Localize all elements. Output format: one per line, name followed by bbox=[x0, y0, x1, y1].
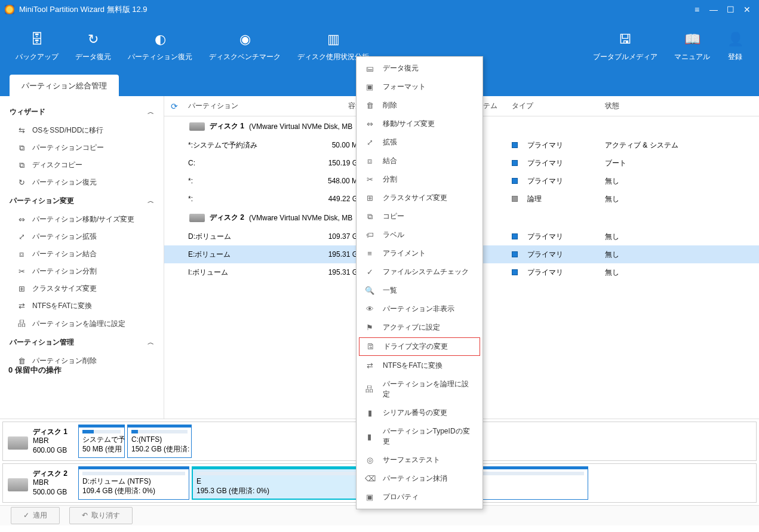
usage-bar bbox=[82, 430, 121, 433]
disk-scheme: MBR bbox=[33, 436, 67, 446]
sidebar-group-header[interactable]: ウィザード ︿ bbox=[0, 102, 164, 122]
menu-item-label: サーフェステスト bbox=[383, 455, 440, 465]
sidebar-group-header[interactable]: パーティション管理 ︿ bbox=[0, 333, 164, 352]
context-menu-item[interactable]: 👁 パーティション非表示 bbox=[357, 300, 483, 318]
tab-partition-management[interactable]: パーティション総合管理 bbox=[10, 75, 119, 96]
context-menu-item[interactable]: ✂ 分割 bbox=[357, 170, 483, 189]
context-menu-item[interactable]: 🖺 ドライブ文字の変更 bbox=[359, 337, 480, 356]
sidebar-item-label: NTFSをFATに変換 bbox=[32, 301, 92, 311]
cell-state: 無し bbox=[601, 176, 759, 186]
part-label: システムで予約 bbox=[82, 435, 121, 445]
toolbar-manual-button[interactable]: 📖 マニュアル bbox=[666, 29, 718, 66]
disk-map-partition[interactable]: D:ボリューム (NTFS) 109.4 GB (使用済: 0%) bbox=[78, 466, 189, 500]
sidebar-item-label: パーティション拡張 bbox=[32, 232, 97, 242]
apply-button[interactable]: ✓適用 bbox=[11, 507, 60, 524]
hamburger-button[interactable]: ≡ bbox=[690, 2, 704, 17]
maximize-button[interactable]: ☐ bbox=[723, 2, 738, 17]
sidebar-item[interactable]: ⇔ パーティション移動/サイズ変更 bbox=[0, 211, 164, 228]
sidebar-item-label: ディスクコピー bbox=[32, 160, 82, 170]
context-menu-item[interactable]: 🏷 ラベル bbox=[357, 226, 483, 244]
toolbar-partition-recovery-button[interactable]: ◐ パーティション復元 bbox=[119, 29, 201, 66]
disk-icon bbox=[189, 214, 205, 222]
disk-map-info[interactable]: ディスク 2 MBR 500.00 GB bbox=[5, 466, 76, 500]
toolbar-label: パーティション復元 bbox=[128, 52, 192, 62]
minimize-button[interactable]: — bbox=[706, 2, 721, 17]
menu-item-label: シリアル番号の変更 bbox=[383, 408, 447, 418]
context-menu-item[interactable]: ≡ アライメント bbox=[357, 244, 483, 263]
disk-map-partition[interactable]: システムで予約 50 MB (使用 bbox=[78, 425, 125, 458]
disk-size: 600.00 GB bbox=[33, 446, 67, 456]
context-menu-item[interactable]: 🖴 データ復元 bbox=[357, 59, 483, 78]
sidebar-item-icon: ⇆ bbox=[17, 126, 26, 135]
disk-size: 500.00 GB bbox=[33, 488, 67, 497]
col-partition[interactable]: パーティション bbox=[185, 101, 297, 111]
context-menu-item[interactable]: 🔍 一覧 bbox=[357, 281, 483, 300]
menu-item-icon: ▮ bbox=[365, 408, 374, 417]
context-menu-item[interactable]: ▮ パーティションTypeIDの変更 bbox=[357, 422, 483, 451]
sidebar-item[interactable]: ⧉ ディスクコピー bbox=[0, 156, 164, 174]
context-menu-item[interactable]: ▮ シリアル番号の変更 bbox=[357, 404, 483, 422]
sidebar-item[interactable]: 品 パーティションを論理に設定 bbox=[0, 315, 164, 333]
context-menu-item[interactable]: ⧉ コピー bbox=[357, 207, 483, 226]
toolbar-backup-button[interactable]: 🗄 バックアップ bbox=[7, 29, 67, 66]
sidebar-item[interactable]: ⧉ パーティションコピー bbox=[0, 139, 164, 156]
context-menu-item[interactable]: ⊞ クラスタサイズ変更 bbox=[357, 189, 483, 207]
cell-name: *: bbox=[185, 195, 297, 203]
menu-item-label: アライメント bbox=[383, 248, 426, 259]
cell-type: プライマリ bbox=[508, 176, 601, 186]
col-type[interactable]: タイプ bbox=[508, 101, 601, 111]
context-menu-item[interactable]: ⇔ 移動/サイズ変更 bbox=[357, 115, 483, 133]
menu-item-label: ラベル bbox=[383, 230, 404, 240]
menu-item-label: パーティションTypeIDの変更 bbox=[383, 426, 474, 447]
part-size: 109.4 GB (使用済: 0%) bbox=[82, 487, 185, 496]
menu-item-icon: ✓ bbox=[365, 267, 374, 276]
toolbar-register-button[interactable]: 👤 登録 bbox=[718, 29, 752, 66]
context-menu-item[interactable]: ⌫ パーティション抹消 bbox=[357, 469, 483, 488]
sidebar-item-icon: ⇔ bbox=[17, 215, 26, 224]
cell-type: プライマリ bbox=[508, 267, 601, 278]
hdd-icon bbox=[8, 478, 28, 491]
disk-map-info[interactable]: ディスク 1 MBR 600.00 GB bbox=[5, 425, 76, 458]
menu-item-label: ファイルシステムチェック bbox=[383, 267, 469, 277]
context-menu-item[interactable]: ✓ ファイルシステムチェック bbox=[357, 263, 483, 281]
sidebar-item[interactable]: ↻ パーティション復元 bbox=[0, 174, 164, 191]
menu-item-label: ドライブ文字の変更 bbox=[383, 342, 448, 352]
sidebar-group-header[interactable]: パーティション変更 ︿ bbox=[0, 191, 164, 211]
sidebar-item[interactable]: ⤢ パーティション拡張 bbox=[0, 228, 164, 245]
undo-button[interactable]: ↶取り消す bbox=[69, 507, 133, 524]
col-state[interactable]: 状態 bbox=[601, 101, 759, 111]
sidebar-item-label: パーティションコピー bbox=[32, 143, 104, 153]
sidebar-item[interactable]: ⇆ OSをSSD/HDDに移行 bbox=[0, 122, 164, 139]
context-menu-item[interactable]: ◎ サーフェステスト bbox=[357, 451, 483, 469]
toolbar-disk-benchmark-button[interactable]: ◉ ディスクベンチマーク bbox=[201, 29, 289, 66]
usage-bar bbox=[82, 472, 185, 475]
part-size: 150.2 GB (使用済: 1 bbox=[131, 445, 188, 454]
group-title: パーティション管理 bbox=[10, 337, 74, 348]
type-color-icon bbox=[512, 251, 518, 257]
menu-item-label: パーティションを論理に設定 bbox=[383, 379, 474, 399]
sidebar-item-label: OSをSSD/HDDに移行 bbox=[32, 125, 103, 136]
disk-meta: (VMware Virtual NVMe Disk, MB bbox=[249, 214, 352, 222]
context-menu-item[interactable]: ⧈ 結合 bbox=[357, 152, 483, 170]
sidebar-item[interactable]: ⇄ NTFSをFATに変換 bbox=[0, 297, 164, 315]
sidebar-item[interactable]: ⧈ パーティション結合 bbox=[0, 245, 164, 263]
sidebar-item-icon: ✂ bbox=[17, 267, 26, 276]
type-color-icon bbox=[512, 160, 518, 166]
disk-map-partition[interactable]: C:(NTFS) 150.2 GB (使用済: 1 bbox=[127, 425, 192, 458]
refresh-icon[interactable]: ⟳ bbox=[169, 101, 180, 112]
sidebar-item[interactable]: ⊞ クラスタサイズ変更 bbox=[0, 280, 164, 297]
close-button[interactable]: ✕ bbox=[740, 2, 754, 17]
context-menu-item[interactable]: ▣ プロパティ bbox=[357, 488, 483, 506]
context-menu-item[interactable]: ⤢ 拡張 bbox=[357, 133, 483, 152]
context-menu-item[interactable]: ⚑ アクティブに設定 bbox=[357, 318, 483, 337]
sidebar-item[interactable]: ✂ パーティション分割 bbox=[0, 263, 164, 280]
hdd-icon bbox=[8, 436, 28, 450]
manual-icon: 📖 bbox=[684, 33, 700, 46]
context-menu-item[interactable]: 🗑 削除 bbox=[357, 96, 483, 115]
toolbar-bootable-media-button[interactable]: 🖫 ブータブルメディア bbox=[585, 29, 666, 66]
toolbar-label: ディスクベンチマーク bbox=[209, 52, 281, 62]
context-menu-item[interactable]: ⇄ NTFSをFATに変換 bbox=[357, 356, 483, 375]
context-menu-item[interactable]: ▣ フォーマット bbox=[357, 78, 483, 96]
toolbar-data-recovery-button[interactable]: ↻ データ復元 bbox=[67, 29, 119, 66]
context-menu-item[interactable]: 品 パーティションを論理に設定 bbox=[357, 375, 483, 404]
